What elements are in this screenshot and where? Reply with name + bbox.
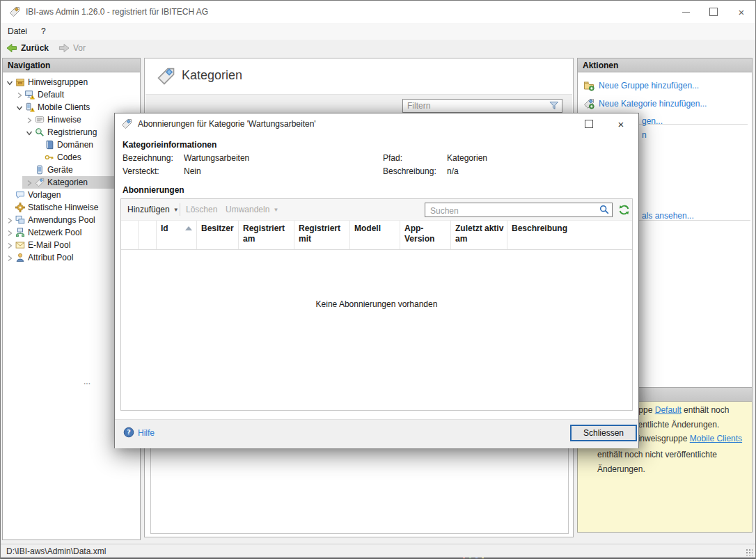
column-header-app-version[interactable]: App-Version [400, 221, 451, 249]
chevron-down-icon[interactable] [6, 78, 14, 86]
tree-item-hinweisgruppen[interactable]: Hinweisgruppen [3, 76, 140, 88]
column-header-beschreibung[interactable]: Beschreibung [507, 221, 632, 249]
help-link[interactable]: Hilfe [138, 428, 155, 438]
tree-item-default[interactable]: Default [3, 88, 140, 101]
search-icon[interactable] [599, 205, 610, 215]
speech-icon [15, 190, 25, 200]
help-icon[interactable]: ? [123, 427, 134, 438]
action-fragment-2[interactable]: n [642, 130, 647, 140]
action-fragment-3[interactable]: als ansehen... [642, 211, 694, 221]
tree-item-mobile-clients[interactable]: Mobile Clients [3, 101, 140, 113]
toolbar-divider [180, 203, 180, 216]
notification-2-line-3: Änderungen. [597, 464, 645, 474]
forward-button[interactable]: Vor [57, 43, 86, 54]
maximize-button[interactable] [700, 1, 727, 23]
notification-text: Hinweisgruppe [632, 434, 690, 443]
navigation-header: Navigation [2, 58, 141, 72]
field-value-beschreibung: n/a [447, 166, 459, 176]
chevron-down-icon[interactable] [25, 128, 33, 136]
notification-text: enthält noch [682, 405, 730, 415]
notification-link-default[interactable]: Default [655, 405, 682, 415]
page-title: Kategorien [182, 68, 242, 83]
field-label-pfad: Pfad: [383, 153, 402, 163]
column-label: Zuletzt aktiv am [455, 223, 503, 244]
column-header-blank-2[interactable] [139, 221, 157, 249]
book-icon [45, 140, 54, 150]
chevron-right-icon[interactable] [6, 216, 14, 224]
network-icon [15, 228, 25, 237]
action-fragment-1[interactable]: gen... [642, 116, 663, 126]
minimize-button[interactable] [672, 1, 700, 23]
tree-item-label: Default [38, 88, 64, 101]
menu-datei[interactable]: Datei [1, 26, 34, 36]
field-value-versteckt: Nein [184, 166, 201, 176]
back-button[interactable]: Zurück [5, 43, 49, 54]
dialog-footer: ? Hilfe Schliessen [115, 419, 638, 448]
column-header-id[interactable]: Id [157, 221, 197, 249]
notification-text: Änderungen. [597, 464, 645, 474]
forward-arrow-icon [57, 43, 70, 54]
chevron-right-icon[interactable] [25, 116, 33, 124]
delete-button[interactable]: Löschen [186, 205, 217, 214]
subscriptions-section-header: Abonnierungen [123, 185, 184, 195]
column-header-blank-1[interactable] [121, 221, 139, 249]
convert-button[interactable]: Umwandeln▼ [226, 205, 278, 214]
gear-icon [15, 203, 25, 212]
action-label: Neue Gruppe hinzufügen... [599, 81, 699, 90]
subscriptions-groupbox: Hinzufügen▼ Löschen Umwandeln▼ IdBesitze… [120, 198, 633, 411]
dialog-maximize-button[interactable] [574, 113, 604, 134]
resize-grip[interactable] [746, 549, 753, 556]
person-icon [15, 253, 25, 262]
package-icon [15, 77, 25, 87]
column-header-besitzer[interactable]: Besitzer [197, 221, 239, 249]
actions-header: Aktionen [577, 58, 753, 72]
menu-bar: Datei ? [1, 23, 755, 40]
action-neue-kategorie-hinzufügen[interactable]: Neue Kategorie hinzufügen... [578, 95, 752, 113]
dialog-close-button[interactable]: × [606, 113, 636, 134]
mobile-warn-icon [25, 102, 35, 112]
column-header-modell[interactable]: Modell [350, 221, 400, 249]
column-header-registriert-am[interactable]: Registriert am [239, 221, 294, 249]
chevron-right-icon[interactable] [6, 228, 14, 237]
tree-item-label: E-Mail Pool [28, 239, 70, 251]
filter-input[interactable] [406, 100, 548, 111]
key-icon [45, 152, 54, 162]
empty-table-message: Keine Abonnierungen vorhanden [121, 299, 632, 309]
column-label: Beschreibung [512, 223, 567, 233]
close-button[interactable]: × [727, 1, 755, 23]
sort-ascending-icon [185, 226, 192, 230]
column-header-registriert-mit[interactable]: Registriert mit [294, 221, 350, 249]
notes-icon [35, 115, 45, 125]
registration-icon [35, 127, 45, 137]
chevron-right-icon[interactable] [15, 90, 24, 99]
filter-box [402, 99, 562, 113]
windows-icon [15, 215, 25, 225]
chevron-right-icon[interactable] [6, 253, 14, 262]
filter-strip [145, 94, 572, 115]
svg-text:?: ? [127, 428, 131, 436]
schliessen-button[interactable]: Schliessen [570, 425, 637, 441]
column-label: Besitzer [201, 223, 234, 233]
tag-icon [35, 178, 45, 187]
chevron-right-icon[interactable] [25, 178, 33, 187]
app-icon [9, 6, 20, 17]
add-button[interactable]: Hinzufügen▼ [127, 205, 179, 214]
filter-funnel-icon[interactable] [549, 101, 559, 111]
field-value-pfad: Kategorien [447, 153, 487, 163]
dialog-title: Abonnierungen für Kategorie 'Wartungsarb… [138, 119, 316, 129]
convert-caret-icon: ▼ [273, 207, 278, 213]
notification-2-line-1: Hinweisgruppe Mobile Clients [632, 434, 742, 443]
monitor-warn-icon [25, 90, 35, 100]
search-input[interactable] [429, 205, 595, 216]
refresh-icon[interactable] [618, 204, 630, 216]
nav-toolbar: Zurück Vor [1, 40, 755, 57]
menu-help[interactable]: ? [34, 26, 53, 36]
column-header-zuletzt-aktiv-am[interactable]: Zuletzt aktiv am [451, 221, 507, 249]
tree-item-label: Geräte [47, 164, 73, 176]
action-neue-gruppe-hinzufügen[interactable]: Neue Gruppe hinzufügen... [578, 77, 752, 95]
chevron-right-icon[interactable] [6, 241, 14, 249]
notification-link-mobile-clients[interactable]: Mobile Clients [690, 434, 742, 443]
field-label-beschreibung: Beschreibung: [383, 166, 436, 176]
chevron-down-icon[interactable] [15, 103, 24, 111]
tree-item-label: Attribut Pool [28, 251, 73, 264]
